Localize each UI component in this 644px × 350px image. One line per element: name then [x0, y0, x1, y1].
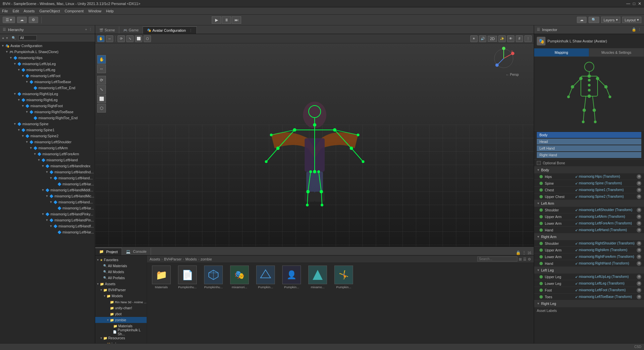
tree-item-leftleg[interactable]: ▼ 🔷 mixamorig:LeftLeg	[0, 67, 95, 73]
tree-item-lefttoeend[interactable]: 🔷 mixamorig:LeftToe_End	[0, 85, 95, 91]
tree-item-lefthandmiddle[interactable]: ▼ 🔷 mixamorig:LeftHandMiddl...	[0, 187, 95, 193]
bone-settings-btn[interactable]: ⚙	[637, 174, 641, 179]
breadcrumb-zombie[interactable]: zombie	[200, 257, 212, 261]
bone-settings-btn[interactable]: ⚙	[637, 181, 641, 186]
asset-pumpkin3[interactable]: Pumpkin...	[254, 266, 277, 289]
bone-settings-btn[interactable]: ⚙	[637, 241, 641, 246]
menu-file[interactable]: File	[2, 9, 8, 13]
bone-settings-btn[interactable]: ⚙	[637, 228, 641, 232]
hierarchy-plus-icon[interactable]: +	[85, 27, 87, 32]
search-btn[interactable]: 🔍	[589, 17, 599, 23]
scale-tool[interactable]: ⤡	[97, 85, 106, 94]
rotate-btn[interactable]: ⟳	[118, 35, 125, 42]
tree-item-rightleg[interactable]: ▼ 🔷 mixamorig:RightLeg	[0, 97, 95, 103]
account-btn[interactable]: ☁	[577, 17, 587, 23]
tree-item-leftfoot[interactable]: ▼ 🔷 mixamorig:LeftFoot	[0, 73, 95, 79]
bone-settings-btn[interactable]: ⚙	[637, 295, 641, 299]
tree-item-righttoebase[interactable]: ▼ 🔷 mixamorig:RightToeBase	[0, 109, 95, 115]
custom-tool[interactable]: ⬡	[97, 104, 106, 113]
settings-icon[interactable]: ⚙	[528, 257, 531, 261]
asset-materials[interactable]: 📁 Materials	[150, 266, 173, 289]
insp-tab-mapping[interactable]: Mapping	[534, 48, 589, 56]
toolbar-btn-cloud[interactable]: ☁	[17, 17, 27, 23]
toolbar-btn-3[interactable]: ⚙	[29, 17, 38, 23]
transform-tool-btn[interactable]: ⬡	[144, 35, 151, 42]
favorites-folder[interactable]: ▼ ★ Favorites	[95, 257, 147, 263]
bone-settings-btn[interactable]: ⚙	[637, 288, 641, 293]
lock-icon[interactable]: 🔒	[632, 27, 636, 32]
unitychan-folder[interactable]: 📁 unity-chan!	[95, 305, 147, 311]
rect-tool-btn[interactable]: ⬜	[135, 35, 142, 42]
bone-settings-btn[interactable]: ⚙	[637, 281, 641, 286]
scale-btn[interactable]: ⤡	[126, 35, 134, 42]
insp-tab-muscles[interactable]: Muscles & Settings	[589, 48, 644, 56]
move-tool-btn[interactable]: ↔	[106, 35, 113, 42]
bone-settings-btn[interactable]: ⚙	[637, 214, 641, 219]
menu-help[interactable]: Help	[106, 9, 114, 13]
tab-console[interactable]: 💻 Console	[122, 248, 151, 255]
tree-item-lefthar3[interactable]: 🔷 mixamorig:LeftHar...	[0, 229, 95, 235]
asset-pumpkinhu1[interactable]: 📄 Pumpkinhu...	[176, 266, 199, 289]
left-arm-section-header[interactable]: ▼ Left Arm	[534, 200, 644, 207]
panel-menu-icon[interactable]: ⋮	[189, 28, 192, 32]
tree-item-lefthar2[interactable]: 🔷 mixamorig:LeftHar...	[0, 205, 95, 211]
audio-btn[interactable]: 🔊	[479, 35, 486, 42]
tree-item-hips[interactable]: ▼ 🔷 mixamorig:Hips	[0, 55, 95, 61]
all-prefabs-folder[interactable]: 🔍 All Prefabs	[95, 275, 147, 281]
body-btn-body[interactable]: Body	[537, 132, 641, 138]
step-button[interactable]: ⏭	[232, 16, 241, 24]
toolbar-btn-1[interactable]: ☰ ▾	[3, 17, 15, 23]
tree-item-lefthandind3[interactable]: ▼ 🔷 mixamorig:LeftHand...	[0, 175, 95, 181]
menu-edit[interactable]: Edit	[13, 9, 19, 13]
layout-dropdown[interactable]: Layout ▾	[622, 17, 641, 23]
tree-item-avatar-config[interactable]: ▼ 🎭 Avatar Configuration	[0, 43, 95, 49]
grid-btn[interactable]: #	[516, 35, 523, 42]
body-btn-head[interactable]: Head	[537, 139, 641, 145]
pause-button[interactable]: ⏸	[222, 16, 231, 24]
maximize-btn[interactable]: □	[633, 1, 635, 6]
bone-settings-btn[interactable]: ⚙	[637, 221, 641, 226]
bottom-more-icon[interactable]: ⋮	[522, 250, 526, 255]
tree-item-leftshoulder[interactable]: ▼ 🔷 mixamorig:LeftShoulder	[0, 139, 95, 145]
menu-gameobject[interactable]: GameObject	[39, 9, 60, 13]
light-btn[interactable]: ☀	[470, 35, 478, 42]
bone-settings-btn[interactable]: ⚙	[637, 261, 641, 266]
zombie-folder[interactable]: ▼ 📁 zombie	[95, 317, 147, 323]
pan-tool[interactable]: ↔	[97, 64, 106, 73]
tree-item-pumpkinhulk[interactable]: ▼ 🎮 Pumpkinhulk.L Shaw(Clone)	[0, 49, 95, 55]
grid-view-icon[interactable]: ⊞	[519, 257, 522, 261]
ybot-folder[interactable]: 📁 ybot	[95, 311, 147, 317]
tree-item-righttoeend[interactable]: 🔷 mixamorig:RightToe_End	[0, 115, 95, 121]
tree-item-lefthandpin[interactable]: ▼ 🔷 mixamorig:LeftHandPin...	[0, 217, 95, 223]
rect-tool[interactable]: ⬜	[97, 95, 106, 103]
asset-mixamori[interactable]: 🎭 mixamori...	[228, 266, 251, 289]
tree-item-spine1[interactable]: ▼ 🔷 mixamorig:Spine1	[0, 127, 95, 133]
asset-pumpkin5[interactable]: 🤸 Pumpkin...	[332, 266, 355, 289]
tree-item-lefthandindex[interactable]: ▼ 🔷 mixamorig:LeftHandIndex	[0, 163, 95, 169]
select-tool[interactable]: ✋	[97, 55, 106, 64]
bone-settings-btn[interactable]: ⚙	[637, 208, 641, 212]
tree-item-lefthandpinky[interactable]: ▼ 🔷 mixamorig:LeftHandPinky...	[0, 211, 95, 217]
tree-item-spine[interactable]: ▼ 🔷 mixamorig:Spine	[0, 121, 95, 127]
body-btn-left-hand[interactable]: Left Hand	[537, 145, 641, 151]
minimize-btn[interactable]: —	[626, 1, 630, 6]
tree-item-leftarm[interactable]: ▼ 🔷 mixamorig:LeftArm	[0, 145, 95, 151]
rotate-tool[interactable]: ⟳	[97, 76, 106, 84]
assets-root-folder[interactable]: ▼ 📁 Assets	[95, 281, 147, 287]
tree-item-lefthand3[interactable]: ▼ 🔷 mixamorig:LeftHand...	[0, 199, 95, 205]
models-folder[interactable]: ▼ 📁 Models	[95, 293, 147, 299]
tree-item-lefthandind2[interactable]: ▼ 🔷 mixamorig:LeftHandInd...	[0, 169, 95, 175]
tab-game[interactable]: 🎮 Game	[119, 26, 143, 34]
2d-btn[interactable]: 2D	[488, 36, 497, 42]
tree-item-leftupleg[interactable]: ▼ 🔷 mixamorig:LeftUpLeg	[0, 61, 95, 67]
bvh-folder[interactable]: 📁 bvh	[95, 341, 147, 343]
assets-search-input[interactable]	[477, 256, 517, 261]
breadcrumb-bvhparser[interactable]: BVHParser	[164, 257, 182, 261]
hierarchy-dots-icon[interactable]: ⋮	[89, 27, 92, 32]
menu-window[interactable]: Window	[88, 9, 101, 13]
bottom-lock-icon[interactable]: 🔒	[516, 250, 521, 255]
layers-dropdown[interactable]: Layers ▾	[601, 17, 620, 23]
pumpkinhulk-file[interactable]: 📄 Pumpkinhulk L Sh...	[95, 329, 147, 335]
more-icon[interactable]: ⋮	[638, 27, 641, 32]
body-btn-right-hand[interactable]: Right Hand	[537, 152, 641, 158]
